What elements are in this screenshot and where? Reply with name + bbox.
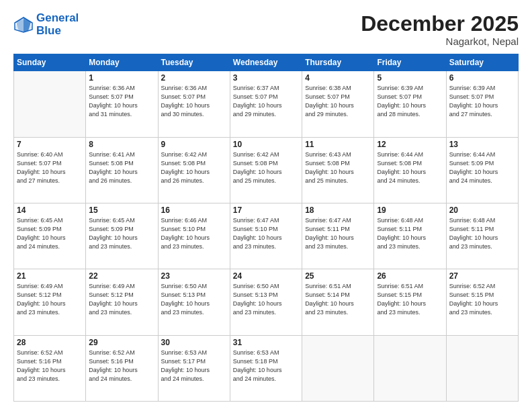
day-info: Sunrise: 6:47 AMSunset: 5:11 PMDaylight:… — [305, 216, 371, 251]
day-number: 27 — [449, 271, 515, 281]
table-row: 6Sunrise: 6:39 AMSunset: 5:07 PMDaylight… — [446, 71, 518, 137]
day-number: 3 — [233, 73, 299, 83]
day-info: Sunrise: 6:45 AMSunset: 5:09 PMDaylight:… — [17, 216, 83, 251]
table-row — [14, 71, 86, 137]
table-row — [374, 335, 446, 401]
calendar-week-row: 1Sunrise: 6:36 AMSunset: 5:07 PMDaylight… — [14, 71, 519, 137]
day-number: 24 — [233, 271, 299, 281]
day-info: Sunrise: 6:44 AMSunset: 5:09 PMDaylight:… — [449, 150, 515, 185]
table-row: 26Sunrise: 6:51 AMSunset: 5:15 PMDayligh… — [374, 269, 446, 335]
col-monday: Monday — [86, 54, 158, 71]
table-row — [302, 335, 374, 401]
day-number: 11 — [305, 140, 371, 149]
table-row — [446, 335, 518, 401]
day-info: Sunrise: 6:51 AMSunset: 5:14 PMDaylight:… — [305, 282, 371, 317]
day-number: 7 — [17, 140, 83, 149]
table-row: 9Sunrise: 6:42 AMSunset: 5:08 PMDaylight… — [158, 137, 230, 203]
table-row: 25Sunrise: 6:51 AMSunset: 5:14 PMDayligh… — [302, 269, 374, 335]
day-number: 9 — [161, 140, 227, 149]
table-row: 29Sunrise: 6:52 AMSunset: 5:16 PMDayligh… — [86, 335, 158, 401]
day-info: Sunrise: 6:39 AMSunset: 5:07 PMDaylight:… — [377, 84, 443, 119]
col-thursday: Thursday — [302, 54, 374, 71]
table-row: 1Sunrise: 6:36 AMSunset: 5:07 PMDaylight… — [86, 71, 158, 137]
day-number: 26 — [377, 271, 443, 281]
col-wednesday: Wednesday — [230, 54, 302, 71]
table-row: 31Sunrise: 6:53 AMSunset: 5:18 PMDayligh… — [230, 335, 302, 401]
table-row: 8Sunrise: 6:41 AMSunset: 5:08 PMDaylight… — [86, 137, 158, 203]
header: General Blue December 2025 Nagarkot, Nep… — [13, 12, 519, 47]
day-number: 10 — [233, 140, 299, 149]
logo-line1: General — [36, 11, 79, 24]
calendar-week-row: 21Sunrise: 6:49 AMSunset: 5:12 PMDayligh… — [14, 269, 519, 335]
col-tuesday: Tuesday — [158, 54, 230, 71]
day-number: 12 — [377, 140, 443, 149]
day-info: Sunrise: 6:50 AMSunset: 5:13 PMDaylight:… — [233, 282, 299, 317]
day-info: Sunrise: 6:46 AMSunset: 5:10 PMDaylight:… — [161, 216, 227, 251]
day-info: Sunrise: 6:42 AMSunset: 5:08 PMDaylight:… — [233, 150, 299, 185]
logo-line2: Blue — [36, 24, 61, 37]
day-info: Sunrise: 6:44 AMSunset: 5:08 PMDaylight:… — [377, 150, 443, 185]
title-block: December 2025 Nagarkot, Nepal — [361, 12, 519, 47]
day-number: 31 — [233, 338, 299, 347]
calendar-week-row: 28Sunrise: 6:52 AMSunset: 5:16 PMDayligh… — [14, 335, 519, 401]
day-number: 22 — [89, 271, 154, 281]
day-number: 30 — [161, 338, 227, 347]
day-info: Sunrise: 6:47 AMSunset: 5:10 PMDaylight:… — [233, 216, 299, 251]
col-sunday: Sunday — [14, 54, 86, 71]
table-row: 20Sunrise: 6:48 AMSunset: 5:11 PMDayligh… — [446, 203, 518, 269]
calendar-header-row: Sunday Monday Tuesday Wednesday Thursday… — [14, 54, 519, 71]
day-number: 14 — [17, 205, 83, 215]
location-subtitle: Nagarkot, Nepal — [361, 36, 519, 47]
day-info: Sunrise: 6:36 AMSunset: 5:07 PMDaylight:… — [89, 84, 154, 119]
day-info: Sunrise: 6:49 AMSunset: 5:12 PMDaylight:… — [89, 282, 154, 317]
month-title: December 2025 — [361, 12, 519, 36]
day-info: Sunrise: 6:45 AMSunset: 5:09 PMDaylight:… — [89, 216, 154, 251]
day-info: Sunrise: 6:37 AMSunset: 5:07 PMDaylight:… — [233, 84, 299, 119]
day-number: 29 — [89, 338, 154, 347]
day-info: Sunrise: 6:38 AMSunset: 5:07 PMDaylight:… — [305, 84, 371, 119]
table-row: 4Sunrise: 6:38 AMSunset: 5:07 PMDaylight… — [302, 71, 374, 137]
table-row: 27Sunrise: 6:52 AMSunset: 5:15 PMDayligh… — [446, 269, 518, 335]
page: General Blue December 2025 Nagarkot, Nep… — [0, 0, 532, 411]
table-row: 3Sunrise: 6:37 AMSunset: 5:07 PMDaylight… — [230, 71, 302, 137]
day-info: Sunrise: 6:36 AMSunset: 5:07 PMDaylight:… — [161, 84, 227, 119]
day-number: 20 — [449, 205, 515, 215]
day-info: Sunrise: 6:48 AMSunset: 5:11 PMDaylight:… — [449, 216, 515, 251]
table-row: 17Sunrise: 6:47 AMSunset: 5:10 PMDayligh… — [230, 203, 302, 269]
calendar-week-row: 14Sunrise: 6:45 AMSunset: 5:09 PMDayligh… — [14, 203, 519, 269]
calendar-week-row: 7Sunrise: 6:40 AMSunset: 5:07 PMDaylight… — [14, 137, 519, 203]
table-row: 30Sunrise: 6:53 AMSunset: 5:17 PMDayligh… — [158, 335, 230, 401]
day-info: Sunrise: 6:42 AMSunset: 5:08 PMDaylight:… — [161, 150, 227, 185]
day-number: 19 — [377, 205, 443, 215]
day-info: Sunrise: 6:43 AMSunset: 5:08 PMDaylight:… — [305, 150, 371, 185]
day-info: Sunrise: 6:48 AMSunset: 5:11 PMDaylight:… — [377, 216, 443, 251]
day-info: Sunrise: 6:52 AMSunset: 5:16 PMDaylight:… — [89, 349, 154, 383]
day-info: Sunrise: 6:49 AMSunset: 5:12 PMDaylight:… — [17, 282, 83, 317]
table-row: 13Sunrise: 6:44 AMSunset: 5:09 PMDayligh… — [446, 137, 518, 203]
table-row: 11Sunrise: 6:43 AMSunset: 5:08 PMDayligh… — [302, 137, 374, 203]
day-number: 16 — [161, 205, 227, 215]
col-friday: Friday — [374, 54, 446, 71]
day-number: 13 — [449, 140, 515, 149]
table-row: 18Sunrise: 6:47 AMSunset: 5:11 PMDayligh… — [302, 203, 374, 269]
table-row: 10Sunrise: 6:42 AMSunset: 5:08 PMDayligh… — [230, 137, 302, 203]
day-number: 23 — [161, 271, 227, 281]
day-info: Sunrise: 6:53 AMSunset: 5:17 PMDaylight:… — [161, 349, 227, 383]
day-number: 17 — [233, 205, 299, 215]
table-row: 15Sunrise: 6:45 AMSunset: 5:09 PMDayligh… — [86, 203, 158, 269]
table-row: 24Sunrise: 6:50 AMSunset: 5:13 PMDayligh… — [230, 269, 302, 335]
table-row: 2Sunrise: 6:36 AMSunset: 5:07 PMDaylight… — [158, 71, 230, 137]
table-row: 7Sunrise: 6:40 AMSunset: 5:07 PMDaylight… — [14, 137, 86, 203]
day-number: 2 — [161, 73, 227, 83]
table-row: 19Sunrise: 6:48 AMSunset: 5:11 PMDayligh… — [374, 203, 446, 269]
day-info: Sunrise: 6:50 AMSunset: 5:13 PMDaylight:… — [161, 282, 227, 317]
day-info: Sunrise: 6:40 AMSunset: 5:07 PMDaylight:… — [17, 150, 83, 185]
table-row: 21Sunrise: 6:49 AMSunset: 5:12 PMDayligh… — [14, 269, 86, 335]
logo-text: General Blue — [36, 12, 79, 37]
day-info: Sunrise: 6:52 AMSunset: 5:15 PMDaylight:… — [449, 282, 515, 317]
table-row: 12Sunrise: 6:44 AMSunset: 5:08 PMDayligh… — [374, 137, 446, 203]
day-number: 15 — [89, 205, 154, 215]
day-info: Sunrise: 6:39 AMSunset: 5:07 PMDaylight:… — [449, 84, 515, 119]
col-saturday: Saturday — [446, 54, 518, 71]
day-info: Sunrise: 6:53 AMSunset: 5:18 PMDaylight:… — [233, 349, 299, 383]
